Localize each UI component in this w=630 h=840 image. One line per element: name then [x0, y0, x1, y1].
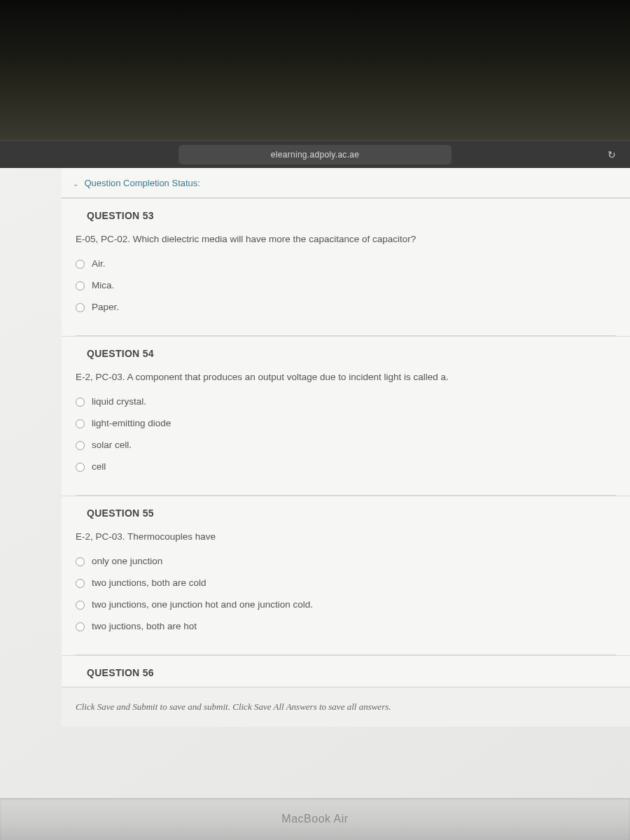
question-text: E-2, PC-03. Thermocouples have: [62, 527, 630, 551]
option-row[interactable]: Paper.: [76, 297, 616, 318]
radio-button[interactable]: [76, 260, 85, 269]
option-row[interactable]: cell: [76, 456, 616, 478]
photo-backdrop: [0, 0, 630, 140]
radio-button[interactable]: [76, 419, 85, 428]
option-label: two junctions, one junction hot and one …: [92, 598, 313, 612]
option-label: two juctions, both are hot: [92, 620, 197, 634]
question-text: E-2, PC-03. A component that produces an…: [62, 368, 630, 391]
url-bar[interactable]: elearning.adpoly.ac.ae: [178, 145, 451, 164]
question-text: E-05, PC-02. Which dielectric media will…: [62, 230, 630, 253]
option-row[interactable]: two junctions, one junction hot and one …: [76, 594, 616, 616]
option-row[interactable]: Mica.: [76, 275, 616, 297]
browser-toolbar: elearning.adpoly.ac.ae ↻: [0, 140, 630, 168]
option-label: Air.: [92, 258, 106, 271]
option-label: two junctions, both are cold: [92, 577, 206, 590]
radio-button[interactable]: [76, 398, 85, 407]
option-label: liquid crystal.: [92, 396, 146, 409]
page-content: ⌄ Question Completion Status: QUESTION 5…: [0, 168, 630, 798]
question-block: QUESTION 56: [62, 655, 630, 687]
question-header: QUESTION 53: [62, 199, 630, 230]
options-list: liquid crystal. light-emitting diode sol…: [62, 391, 630, 495]
options-list: Air. Mica. Paper.: [62, 253, 630, 335]
option-label: cell: [92, 461, 106, 474]
radio-button[interactable]: [76, 557, 85, 566]
question-block: QUESTION 54 E-2, PC-03. A component that…: [62, 336, 630, 496]
options-list: only one junction two junctions, both ar…: [62, 551, 630, 654]
option-row[interactable]: solar cell.: [76, 435, 616, 456]
submit-hint-text: Click Save and Submit to save and submit…: [76, 701, 391, 712]
question-header: QUESTION 54: [62, 337, 630, 368]
option-row[interactable]: two juctions, both are hot: [76, 616, 616, 638]
refresh-icon[interactable]: ↻: [608, 149, 616, 160]
radio-button[interactable]: [76, 281, 85, 290]
device-label: MacBook Air: [281, 813, 348, 825]
radio-button[interactable]: [76, 601, 85, 610]
question-header: QUESTION 55: [62, 496, 630, 527]
submit-hint-bar: Click Save and Submit to save and submit…: [62, 687, 630, 727]
chevron-down-icon[interactable]: ⌄: [73, 180, 78, 188]
laptop-bezel: MacBook Air: [0, 798, 630, 840]
option-label: light-emitting diode: [92, 417, 171, 430]
option-row[interactable]: light-emitting diode: [76, 413, 616, 435]
radio-button[interactable]: [76, 441, 85, 450]
completion-status-bar: ⌄ Question Completion Status:: [62, 168, 630, 198]
option-label: Mica.: [92, 279, 114, 293]
radio-button[interactable]: [76, 303, 85, 312]
option-row[interactable]: only one junction: [76, 551, 616, 573]
question-block: QUESTION 55 E-2, PC-03. Thermocouples ha…: [62, 496, 630, 655]
option-row[interactable]: two junctions, both are cold: [76, 573, 616, 594]
radio-button[interactable]: [76, 463, 85, 472]
url-text: elearning.adpoly.ac.ae: [271, 150, 359, 160]
question-header: QUESTION 56: [62, 656, 630, 687]
question-block: QUESTION 53 E-05, PC-02. Which dielectri…: [62, 198, 630, 336]
radio-button[interactable]: [76, 622, 85, 631]
option-label: Paper.: [92, 301, 119, 314]
option-label: only one junction: [92, 555, 162, 568]
completion-status-link[interactable]: Question Completion Status:: [84, 178, 200, 188]
option-label: solar cell.: [92, 439, 132, 452]
option-row[interactable]: Air.: [76, 253, 616, 275]
option-row[interactable]: liquid crystal.: [76, 391, 616, 413]
radio-button[interactable]: [76, 579, 85, 588]
